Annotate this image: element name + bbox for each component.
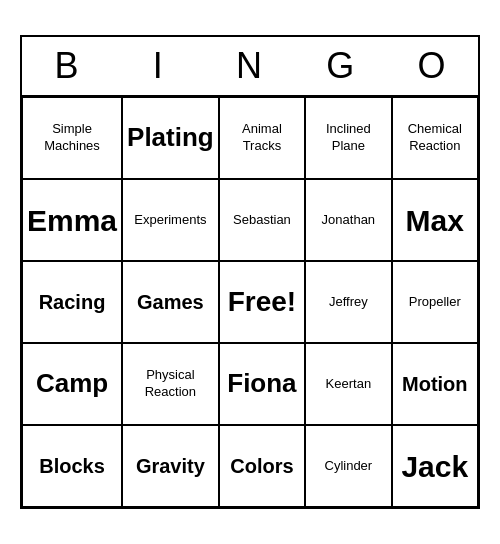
- bingo-cell-r2-c2: Free!: [219, 261, 305, 343]
- header-letter-N: N: [204, 37, 295, 95]
- bingo-cell-r3-c2: Fiona: [219, 343, 305, 425]
- bingo-cell-r0-c1: Plating: [122, 97, 219, 179]
- bingo-grid: Simple MachinesPlatingAnimal TracksIncli…: [22, 97, 478, 507]
- bingo-cell-r3-c1: Physical Reaction: [122, 343, 219, 425]
- bingo-cell-r3-c3: Keertan: [305, 343, 391, 425]
- bingo-cell-r0-c3: Inclined Plane: [305, 97, 391, 179]
- bingo-cell-r4-c2: Colors: [219, 425, 305, 507]
- bingo-cell-r1-c1: Experiments: [122, 179, 219, 261]
- bingo-cell-r0-c4: Chemical Reaction: [392, 97, 478, 179]
- bingo-cell-r2-c0: Racing: [22, 261, 122, 343]
- bingo-card: BINGO Simple MachinesPlatingAnimal Track…: [20, 35, 480, 509]
- bingo-cell-r4-c1: Gravity: [122, 425, 219, 507]
- bingo-cell-r1-c2: Sebastian: [219, 179, 305, 261]
- bingo-cell-r3-c4: Motion: [392, 343, 478, 425]
- bingo-cell-r4-c4: Jack: [392, 425, 478, 507]
- bingo-cell-r1-c0: Emma: [22, 179, 122, 261]
- bingo-cell-r2-c4: Propeller: [392, 261, 478, 343]
- bingo-cell-r1-c3: Jonathan: [305, 179, 391, 261]
- header-letter-G: G: [296, 37, 387, 95]
- bingo-header: BINGO: [22, 37, 478, 97]
- header-letter-B: B: [22, 37, 113, 95]
- header-letter-O: O: [387, 37, 478, 95]
- bingo-cell-r0-c2: Animal Tracks: [219, 97, 305, 179]
- bingo-cell-r4-c3: Cylinder: [305, 425, 391, 507]
- bingo-cell-r4-c0: Blocks: [22, 425, 122, 507]
- bingo-cell-r3-c0: Camp: [22, 343, 122, 425]
- header-letter-I: I: [113, 37, 204, 95]
- bingo-cell-r1-c4: Max: [392, 179, 478, 261]
- bingo-cell-r0-c0: Simple Machines: [22, 97, 122, 179]
- bingo-cell-r2-c1: Games: [122, 261, 219, 343]
- bingo-cell-r2-c3: Jeffrey: [305, 261, 391, 343]
